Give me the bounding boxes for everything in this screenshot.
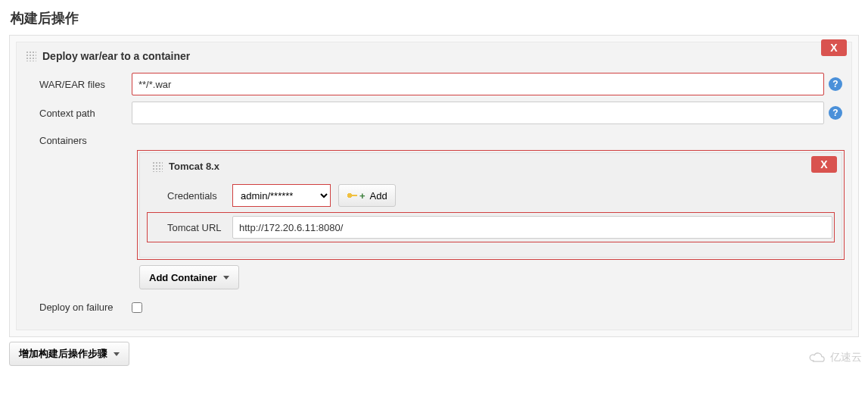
add-post-build-step-label: 增加构建后操作步骤 xyxy=(19,347,107,361)
add-post-build-step-button[interactable]: 增加构建后操作步骤 xyxy=(9,342,129,366)
block-header: Deploy war/ear to a container xyxy=(26,50,842,67)
help-icon[interactable]: ? xyxy=(829,77,842,91)
key-icon xyxy=(347,192,357,199)
add-post-build-step-row: 增加构建后操作步骤 xyxy=(9,342,859,366)
add-container-label: Add Container xyxy=(149,272,217,283)
war-ear-row: WAR/EAR files ? xyxy=(26,73,842,95)
drag-handle-icon[interactable] xyxy=(152,161,163,172)
add-container-button[interactable]: Add Container xyxy=(139,265,239,289)
add-credentials-label: Add xyxy=(370,190,387,202)
deploy-container-block: X Deploy war/ear to a container WAR/EAR … xyxy=(16,42,852,330)
chevron-down-icon xyxy=(223,276,229,280)
containers-row: Containers xyxy=(26,130,842,146)
tomcat-url-input[interactable] xyxy=(232,216,832,239)
delete-block-button[interactable]: X xyxy=(821,39,847,56)
tomcat-url-label: Tomcat URL xyxy=(149,222,225,233)
containers-label: Containers xyxy=(26,130,124,146)
context-path-row: Context path ? xyxy=(26,102,842,124)
container-title: Tomcat 8.x xyxy=(169,161,219,172)
credentials-row: Credentials admin/****** + Add xyxy=(149,184,832,207)
war-ear-input[interactable] xyxy=(132,73,824,95)
container-header: Tomcat 8.x xyxy=(152,161,832,177)
drag-handle-icon[interactable] xyxy=(26,51,36,61)
tomcat-url-row: Tomcat URL xyxy=(149,214,832,240)
add-container-row: Add Container xyxy=(139,265,842,289)
war-ear-label: WAR/EAR files xyxy=(26,79,124,90)
context-path-label: Context path xyxy=(26,108,124,119)
deploy-on-failure-row: Deploy on failure xyxy=(26,302,842,313)
plus-icon: + xyxy=(359,190,366,202)
help-icon[interactable]: ? xyxy=(829,106,842,120)
tomcat-container-panel: X Tomcat 8.x Credentials admin/****** + … xyxy=(139,152,842,258)
block-title: Deploy war/ear to a container xyxy=(42,50,190,62)
credentials-select[interactable]: admin/****** xyxy=(232,184,331,207)
deploy-on-failure-checkbox[interactable] xyxy=(132,302,142,313)
post-build-panel: X Deploy war/ear to a container WAR/EAR … xyxy=(9,35,859,337)
add-credentials-button[interactable]: + Add xyxy=(338,184,396,207)
delete-container-button[interactable]: X xyxy=(811,156,837,173)
section-title: 构建后操作 xyxy=(0,0,868,35)
chevron-down-icon xyxy=(114,352,120,356)
credentials-label: Credentials xyxy=(149,190,225,202)
context-path-input[interactable] xyxy=(132,102,824,124)
deploy-on-failure-label: Deploy on failure xyxy=(26,302,124,313)
